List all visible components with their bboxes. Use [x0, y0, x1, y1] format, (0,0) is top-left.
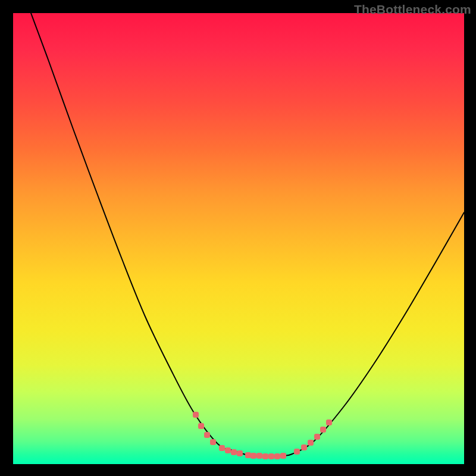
- curve-marker: [219, 445, 225, 451]
- curve-marker: [280, 453, 286, 459]
- curve-marker: [326, 419, 332, 425]
- curve-marker: [237, 450, 243, 456]
- bottleneck-curve-line: [31, 13, 464, 456]
- curve-marker: [204, 432, 210, 438]
- curve-marker: [193, 412, 199, 418]
- watermark-text: TheBottleneck.com: [354, 2, 471, 17]
- curve-marker: [262, 453, 268, 459]
- curve-marker: [210, 439, 216, 445]
- bottleneck-chart: [13, 13, 464, 464]
- curve-marker: [256, 453, 262, 459]
- curve-marker: [245, 452, 251, 458]
- curve-marker: [225, 447, 231, 453]
- curve-marker: [274, 453, 280, 459]
- marker-group: [193, 412, 332, 459]
- curve-marker: [294, 449, 300, 455]
- curve-marker: [308, 440, 314, 446]
- curve-marker: [314, 434, 320, 440]
- curve-marker: [250, 453, 256, 459]
- curve-marker: [198, 423, 204, 429]
- curve-marker: [301, 444, 307, 450]
- curve-marker: [231, 449, 237, 455]
- chart-svg: [13, 13, 464, 464]
- curve-marker: [268, 453, 274, 459]
- curve-marker: [320, 427, 326, 433]
